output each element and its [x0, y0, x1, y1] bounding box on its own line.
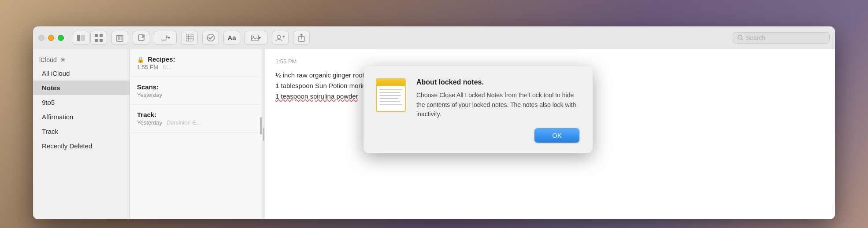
modal-title: About locked notes.: [416, 78, 579, 86]
modal-text: About locked notes. Choose Close All Loc…: [416, 78, 579, 119]
notes-window: ▾ Aa ▾: [33, 26, 835, 219]
modal-notepad-icon: [376, 78, 408, 114]
modal-overlay: About locked notes. Choose Close All Loc…: [33, 26, 835, 219]
about-locked-notes-modal: About locked notes. Choose Close All Loc…: [364, 66, 593, 153]
notepad-line: [379, 98, 399, 99]
notepad-graphic: [376, 78, 406, 112]
notepad-line: [379, 92, 400, 93]
modal-body: Choose Close All Locked Notes from the L…: [416, 91, 579, 119]
notepad-lines: [377, 86, 405, 108]
notepad-top: [377, 79, 405, 86]
notepad-line: [379, 95, 401, 96]
modal-inner: About locked notes. Choose Close All Loc…: [376, 78, 579, 119]
notepad-line: [379, 104, 402, 105]
notepad-line: [379, 101, 401, 102]
notepad-line: [379, 89, 402, 90]
modal-ok-button[interactable]: OK: [534, 128, 579, 143]
modal-footer: OK: [376, 128, 579, 143]
